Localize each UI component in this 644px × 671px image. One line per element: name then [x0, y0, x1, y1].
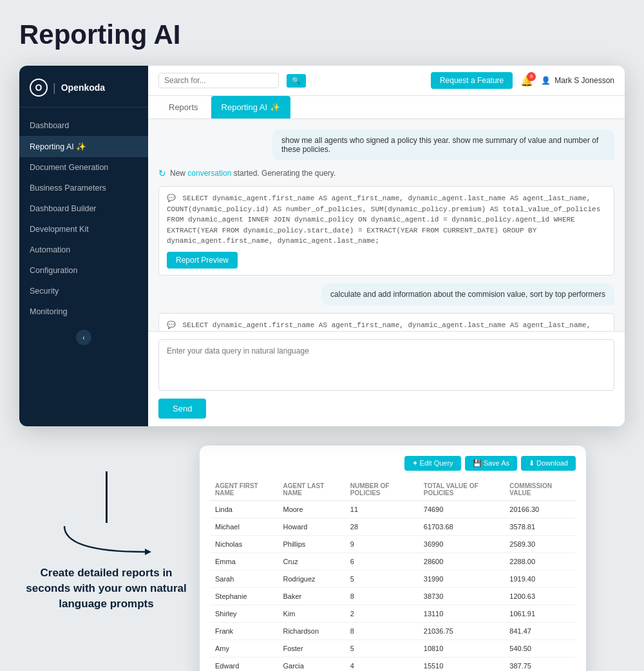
table-cell: Amy	[210, 640, 278, 657]
edit-query-button[interactable]: ✦ Edit Query	[404, 456, 461, 471]
report-preview-button[interactable]: Report Preview	[167, 252, 238, 269]
table-cell: 5	[345, 571, 419, 588]
tab-reports[interactable]: Reports	[158, 96, 209, 118]
input-area: Send	[148, 331, 625, 426]
bottom-section: Create detailed reports in seconds with …	[19, 407, 625, 671]
table-cell: Edward	[210, 657, 278, 672]
sidebar-collapse-button[interactable]: ‹	[76, 330, 91, 345]
table-row: AmyFoster510810540.50	[210, 640, 576, 657]
table-cell: 10810	[419, 640, 505, 657]
sidebar: O | Openkoda Dashboard Reporting AI ✨ Do…	[19, 66, 148, 426]
sidebar-label-configuration: Configuration	[30, 266, 77, 275]
sidebar-item-automation[interactable]: Automation	[19, 240, 148, 260]
sidebar-label-dashboard-builder: Dashboard Builder	[30, 204, 97, 213]
table-cell: Phillips	[278, 536, 345, 553]
table-cell: 2288.00	[504, 553, 576, 571]
table-actions: ✦ Edit Query 💾 Save As ⬇ Download	[210, 456, 576, 471]
table-cell: 21036.75	[419, 623, 505, 640]
col-header-commission: COMMISSION VALUE	[504, 478, 576, 501]
table-cell: Richardson	[278, 623, 345, 640]
notification-area: 🔔 8	[520, 75, 533, 87]
col-header-last-name: AGENT LAST NAME	[278, 478, 345, 501]
logo-text: Openkoda	[61, 82, 105, 93]
refresh-icon: ↻	[158, 168, 166, 178]
table-cell: 20166.30	[504, 501, 576, 518]
sidebar-label-document-gen: Document Generation	[30, 163, 108, 172]
sidebar-item-security[interactable]: Security	[19, 281, 148, 301]
sidebar-label-security: Security	[30, 287, 59, 296]
table-row: NicholasPhillips9369902589.30	[210, 536, 576, 553]
table-cell: Kim	[278, 605, 345, 623]
search-button[interactable]: 🔍	[287, 74, 306, 88]
table-cell: 5	[345, 640, 419, 657]
col-header-num-policies: NUMBER OF POLICIES	[345, 478, 419, 501]
col-header-first-name: AGENT FIRST NAME	[210, 478, 278, 501]
table-body: LindaMoore117469020166.30MichaelHoward28…	[210, 501, 576, 672]
sidebar-item-document-gen[interactable]: Document Generation	[19, 157, 148, 178]
comment-icon: 💬	[167, 194, 176, 202]
chat-input[interactable]	[158, 339, 614, 391]
table-cell: 1200.63	[504, 588, 576, 605]
notification-icon[interactable]: 🔔 8	[520, 75, 533, 87]
description-text: Create detailed reports in seconds with …	[26, 565, 187, 611]
table-row: ShirleyKim2131101061.91	[210, 605, 576, 623]
request-feature-button[interactable]: Request a Feature	[431, 72, 513, 89]
description-area: Create detailed reports in seconds with …	[19, 407, 200, 624]
table-cell: 28	[345, 518, 419, 536]
table-cell: Nicholas	[210, 536, 278, 553]
sidebar-label-monitoring: Monitoring	[30, 307, 67, 316]
table-cell: 4	[345, 657, 419, 672]
table-cell: 1061.91	[504, 605, 576, 623]
table-cell: 38730	[419, 588, 505, 605]
download-button[interactable]: ⬇ Download	[521, 456, 576, 471]
sidebar-logo: O | Openkoda	[19, 76, 148, 108]
user-name: Mark S Jonesson	[554, 76, 614, 85]
sidebar-item-business-params[interactable]: Business Parameters	[19, 178, 148, 198]
sidebar-item-reporting-ai[interactable]: Reporting AI ✨	[19, 136, 148, 157]
topbar: 🔍 Request a Feature 🔔 8 👤 Mark S Jonesso…	[148, 66, 625, 96]
user-icon: 👤	[541, 76, 551, 85]
send-button[interactable]: Send	[158, 399, 206, 419]
ai-sql-response-2: 💬 SELECT dynamic_agent.first_name AS age…	[158, 313, 614, 332]
sidebar-label-dev-kit: Development Kit	[30, 225, 89, 234]
app-window: O | Openkoda Dashboard Reporting AI ✨ Do…	[19, 66, 625, 426]
table-cell: 6	[345, 553, 419, 571]
table-cell: 2589.30	[504, 536, 576, 553]
table-cell: 8	[345, 623, 419, 640]
table-cell: 74690	[419, 501, 505, 518]
sidebar-item-monitoring[interactable]: Monitoring	[19, 301, 148, 322]
table-cell: 36990	[419, 536, 505, 553]
system-message-1: ↻ New conversation started. Generating t…	[158, 168, 336, 178]
table-cell: 1919.40	[504, 571, 576, 588]
table-row: EdwardGarcia415510387.75	[210, 657, 576, 672]
table-cell: Michael	[210, 518, 278, 536]
save-as-button[interactable]: 💾 Save As	[465, 456, 517, 471]
table-row: FrankRichardson821036.75841.47	[210, 623, 576, 640]
table-cell: Frank	[210, 623, 278, 640]
tab-reporting-ai[interactable]: Reporting AI ✨	[211, 96, 290, 118]
table-cell: 841.47	[504, 623, 576, 640]
table-cell: 2	[345, 605, 419, 623]
table-row: SarahRodriguez5319901919.40	[210, 571, 576, 588]
sidebar-item-dashboard[interactable]: Dashboard	[19, 115, 148, 136]
search-input[interactable]	[164, 76, 273, 85]
page-title: Reporting AI	[19, 19, 625, 50]
vertical-line	[106, 471, 108, 523]
table-header: AGENT FIRST NAME AGENT LAST NAME NUMBER …	[210, 478, 576, 501]
table-cell: 61703.68	[419, 518, 505, 536]
curved-arrow-icon	[61, 523, 151, 555]
conversation-link[interactable]: conversation	[187, 169, 231, 178]
chat-area[interactable]: show me all agents who signed a policy t…	[148, 119, 625, 331]
table-cell: Moore	[278, 501, 345, 518]
table-cell: Foster	[278, 640, 345, 657]
table-row: StephanieBaker8387301200.63	[210, 588, 576, 605]
table-cell: Linda	[210, 501, 278, 518]
table-row: EmmaCruz6286002288.00	[210, 553, 576, 571]
sidebar-item-dev-kit[interactable]: Development Kit	[19, 219, 148, 240]
table-row: MichaelHoward2861703.683578.81	[210, 518, 576, 536]
sidebar-item-configuration[interactable]: Configuration	[19, 260, 148, 281]
sidebar-item-dashboard-builder[interactable]: Dashboard Builder	[19, 198, 148, 219]
table-cell: 15510	[419, 657, 505, 672]
table-cell: 28600	[419, 553, 505, 571]
table-cell: Sarah	[210, 571, 278, 588]
